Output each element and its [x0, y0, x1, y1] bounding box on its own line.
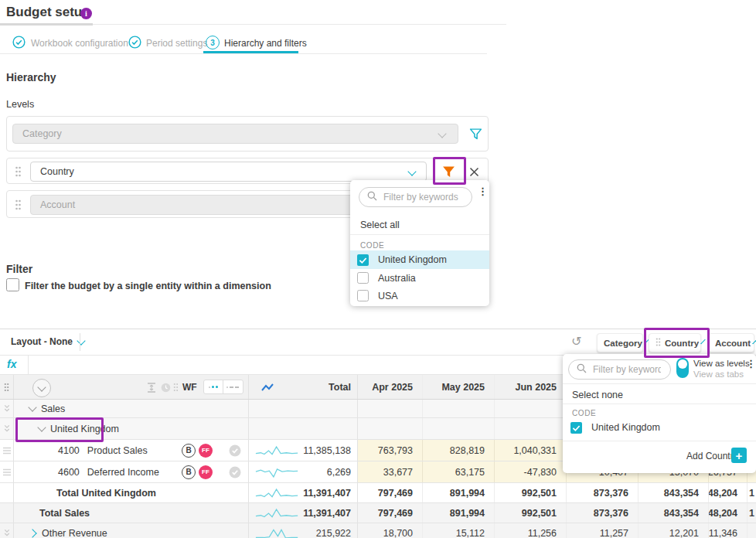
add-country-label[interactable]: Add Country [686, 451, 738, 461]
month-cell[interactable]: 763,793 [358, 440, 423, 461]
checkbox-checked-icon[interactable] [357, 254, 369, 266]
total-cell[interactable]: 11,385,138 [249, 440, 358, 461]
month-column-header[interactable]: Apr 2025 [358, 375, 423, 399]
tab-period-settings[interactable]: Period settings [146, 38, 207, 49]
approved-check-icon[interactable] [229, 444, 241, 459]
total-cell[interactable]: 6,269 [249, 461, 358, 482]
month-cell[interactable]: 797,469 [358, 503, 423, 523]
layout-selector[interactable]: Layout - None [11, 336, 84, 347]
month-cell[interactable]: 1,348,204 [709, 503, 747, 523]
add-country-button[interactable]: + [731, 448, 747, 463]
table-row-total-sales[interactable]: Total Sales 11,391,407 797,469 891,994 9… [0, 503, 756, 523]
popup-search-field[interactable] [359, 187, 472, 207]
option-usa[interactable]: USA [350, 287, 489, 305]
select-all-option[interactable]: Select all [360, 220, 400, 230]
country-filter-icon[interactable] [442, 165, 455, 182]
row-label-cell[interactable]: 4100 Product Sales [14, 440, 178, 461]
month-cell[interactable] [495, 418, 567, 439]
row-label-cell[interactable]: 4600 Deferred Income [14, 461, 178, 482]
month-cell[interactable]: 11,256 [495, 523, 567, 538]
month-cell[interactable]: 33,677 [358, 461, 423, 482]
row-gutter[interactable] [0, 440, 14, 461]
view-as-levels-label[interactable]: View as levels [693, 359, 750, 368]
popup-search-field[interactable] [568, 359, 671, 380]
popup-menu-icon[interactable]: ⋮ [746, 363, 756, 366]
month-cell[interactable]: 11,346 [709, 523, 747, 538]
drag-handle-icon[interactable] [15, 166, 22, 180]
month-cell[interactable]: 992,501 [495, 503, 567, 523]
clock-icon[interactable] [161, 383, 171, 395]
segment-dots[interactable] [204, 380, 224, 393]
search-input[interactable] [591, 363, 662, 376]
row-gutter[interactable] [0, 461, 14, 482]
checkbox-unchecked-icon[interactable] [357, 272, 369, 284]
chevron-down-icon[interactable] [28, 403, 36, 411]
month-column-header[interactable]: May 2025 [423, 375, 495, 399]
month-cell[interactable]: 12,201 [639, 523, 709, 538]
month-cell[interactable]: 843,354 [639, 483, 709, 502]
chevron-right-icon[interactable] [28, 529, 36, 537]
month-cell[interactable]: -47,830 [495, 461, 567, 482]
month-cell[interactable] [423, 400, 495, 417]
row-gutter[interactable] [0, 400, 14, 417]
month-cell[interactable] [495, 400, 567, 417]
select-none-option[interactable]: Select none [572, 390, 623, 400]
info-icon[interactable]: i [80, 8, 92, 19]
dimension-pill-country[interactable]: Country [649, 333, 701, 352]
month-cell[interactable]: 1,348,204 [709, 483, 747, 502]
month-cell[interactable]: 15,112 [423, 523, 495, 538]
month-cell[interactable]: 1,040,331 [495, 440, 567, 461]
row-label-cell[interactable]: Sales [14, 400, 178, 417]
workflow-badge-b[interactable]: B [182, 465, 196, 479]
option-united-kingdom[interactable]: United Kingdom [350, 250, 489, 269]
filter-checkbox[interactable] [6, 278, 19, 295]
month-cell[interactable]: 63,175 [423, 461, 495, 482]
header-total-column[interactable]: Total [249, 375, 358, 399]
month-cell[interactable]: 891,994 [423, 483, 495, 502]
month-cell[interactable]: 873,376 [567, 503, 639, 523]
row-label-cell[interactable]: Total Sales [14, 503, 178, 523]
remove-level-icon[interactable] [469, 166, 479, 180]
tab-hierarchy-and-filters[interactable]: Hierarchy and filters [224, 38, 307, 49]
segment-dashes[interactable] [223, 380, 243, 393]
row-gutter[interactable] [0, 523, 14, 538]
month-cell[interactable] [358, 418, 423, 439]
dimension-pill-account[interactable]: Account [708, 333, 754, 352]
month-cell[interactable]: 797,469 [358, 483, 423, 502]
checkbox-unchecked-icon[interactable] [357, 290, 369, 301]
month-column-header[interactable]: Jun 2025 [495, 375, 567, 399]
view-mode-switcher[interactable] [203, 380, 243, 394]
fit-rows-icon[interactable] [147, 383, 156, 395]
month-cell[interactable] [358, 400, 423, 417]
tab-workbook-configuration[interactable]: Workbook configuration [31, 38, 128, 49]
popup-menu-icon[interactable]: ⋮ [478, 190, 488, 193]
history-undo-icon[interactable]: ↺ [571, 334, 581, 349]
total-cell[interactable]: 215,922 [249, 523, 358, 538]
total-cell[interactable] [249, 400, 358, 417]
chevron-down-icon[interactable] [37, 423, 46, 431]
total-cell[interactable]: 11,391,407 [249, 503, 358, 523]
drag-handle-icon[interactable] [15, 199, 22, 213]
wf-cell[interactable]: B FF [178, 440, 249, 461]
month-cell[interactable]: 873,376 [567, 483, 639, 502]
month-cell[interactable]: 828,819 [423, 440, 495, 461]
wf-cell[interactable]: B FF [178, 461, 249, 482]
month-cell[interactable]: 992,501 [495, 483, 567, 502]
approved-check-icon[interactable] [229, 466, 241, 481]
table-row-other-revenue[interactable]: Other Revenue 215,922 18,700 15,112 11,2… [0, 523, 756, 538]
owner-badge-ff[interactable]: FF [199, 465, 213, 479]
country-level-select[interactable]: Country [30, 162, 427, 182]
month-cell[interactable] [423, 418, 495, 439]
total-cell[interactable]: 11,391,407 [249, 483, 358, 502]
workflow-badge-b[interactable]: B [182, 444, 196, 458]
row-label-cell[interactable]: United Kingdom [14, 418, 178, 439]
month-cell[interactable]: 11,257 [567, 523, 639, 538]
option-australia[interactable]: Australia [350, 269, 489, 287]
row-label-cell[interactable]: Total United Kingdom [14, 483, 178, 502]
category-level-select[interactable]: Category [12, 124, 458, 144]
view-mode-toggle[interactable] [676, 358, 689, 378]
row-gutter[interactable] [0, 418, 14, 439]
category-filter-icon[interactable] [469, 128, 482, 144]
month-cell[interactable]: 891,994 [423, 503, 495, 523]
owner-badge-ff[interactable]: FF [199, 444, 213, 458]
